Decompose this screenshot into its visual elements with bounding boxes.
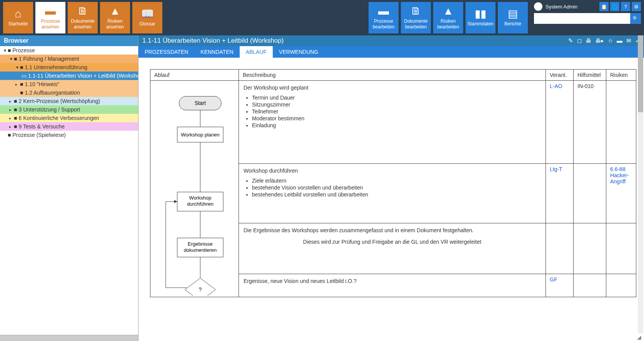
- user-mini-btn-1[interactable]: 🌐: [610, 2, 619, 11]
- sidebar-scroll-handle[interactable]: [0, 335, 138, 341]
- caret-icon: ▸: [15, 82, 20, 86]
- folder-icon: ■: [14, 56, 17, 62]
- toolbar-right-1[interactable]: 🗎Dokumente bearbeiten: [401, 2, 431, 33]
- top-toolbar: ⌂Startseite▬Prozesse ansehen🗎Dokumente a…: [0, 0, 644, 35]
- caret-icon: ▸: [9, 125, 14, 129]
- toolbar-right-3-label: Stammdaten: [467, 21, 494, 27]
- tree-item-0[interactable]: ▼■Prozesse: [0, 46, 138, 55]
- row0-title: Der Workshop wird geplant: [244, 85, 541, 91]
- row0-hilfs: IN-010: [577, 83, 594, 89]
- header-icon-0[interactable]: ✎: [568, 37, 573, 44]
- header-icon-2[interactable]: 🖶: [586, 37, 591, 44]
- tree-item-5[interactable]: ■1.2 Aufbauorganisation: [0, 88, 138, 97]
- tree-browser: ▼■Prozesse▼■1 Führung / Management▼■1.1 …: [0, 46, 138, 335]
- toolbar-left-0-label: Startseite: [8, 21, 28, 27]
- row1-risk[interactable]: 6.6-88 Hacker-Angriff: [610, 166, 629, 185]
- user-avatar-icon: 🛠: [534, 2, 542, 11]
- row1-verant[interactable]: Ltg-T: [550, 166, 562, 172]
- toolbar-right-0[interactable]: ▬Prozesse bearbeiten: [369, 2, 399, 33]
- toolbar-right-0-icon: ▬: [378, 6, 389, 17]
- bullet: Teilnehmer: [252, 108, 541, 115]
- row2-title: Die Ergebnisse des Workshops werden zusa…: [244, 227, 541, 233]
- caret-icon: ▸: [9, 108, 14, 112]
- tree-item-label: 9 Tests & Versuche: [18, 123, 65, 130]
- bullet: Sitzungszimmer: [252, 101, 541, 108]
- bullet: Moderator bestimmen: [252, 115, 541, 121]
- col-hilfsmittel: Hilfsmittel: [574, 70, 606, 81]
- tree-item-10[interactable]: ■Prozesse (Spielwiese): [0, 131, 138, 139]
- tree-item-8[interactable]: ▸■6 Kontinuierliche Verbesserungen: [0, 114, 138, 122]
- tree-item-label: 1.2 Aufbauorganisation: [25, 90, 80, 96]
- toolbar-right-0-label: Prozesse bearbeiten: [370, 18, 397, 30]
- bullet: Ziele erläutern: [252, 178, 541, 184]
- caret-icon: ▸: [9, 116, 14, 120]
- row2-sub: Dieses wird zur Prüfung und Freigabe an …: [244, 239, 541, 245]
- header-icon-3[interactable]: 🖶▸: [595, 37, 604, 44]
- header-icon-1[interactable]: ◻: [577, 37, 582, 44]
- toolbar-right-4[interactable]: ▤Berichte: [498, 2, 528, 33]
- toolbar-left-1-icon: ▬: [45, 6, 56, 17]
- tree-item-6[interactable]: ▸■2 Kern-Prozesse (Wertschöpfung): [0, 97, 138, 105]
- caret-icon: ▼: [9, 57, 14, 61]
- row3-title: Ergenisse, neue Vision und neues Leitbil…: [244, 278, 541, 284]
- row0-verant[interactable]: L-AO: [550, 83, 562, 89]
- toolbar-right-2[interactable]: ▲Risiken bearbeiten: [433, 2, 463, 33]
- toolbar-right-3-icon: ▮▮: [475, 8, 486, 19]
- folder-icon: ■: [8, 132, 11, 138]
- tree-item-label: 2 Kern-Prozesse (Wertschöpfung): [18, 98, 100, 104]
- caret-icon: ▸: [9, 99, 14, 103]
- toolbar-left-3[interactable]: ▲Risiken ansehen: [100, 2, 130, 33]
- toolbar-left-1[interactable]: ▬Prozesse ansehen: [35, 2, 65, 33]
- toolbar-left-0[interactable]: ⌂Startseite: [3, 2, 33, 33]
- toolbar-left-2[interactable]: 🗎Dokumente ansehen: [68, 2, 98, 33]
- toolbar-right-3[interactable]: ▮▮Stammdaten: [465, 2, 496, 33]
- folder-icon: ■: [14, 115, 17, 121]
- bullet: bestehende Vision vorstellen und überarb…: [252, 185, 541, 191]
- tree-item-label: 1 Führung / Management: [18, 56, 79, 62]
- folder-icon: ■: [20, 64, 23, 70]
- header-icon-4[interactable]: ☆: [608, 37, 613, 44]
- toolbar-left-3-label: Risiken ansehen: [102, 18, 128, 30]
- resize-handle-icon[interactable]: ◢: [637, 334, 644, 341]
- flow-table: Ablauf Beschreibung Verant. Hilfsmittel …: [150, 69, 636, 297]
- flow-step2a: Workshop: [189, 195, 211, 201]
- vertical-scrollbar[interactable]: [638, 35, 643, 333]
- toolbar-left-3-icon: ▲: [110, 6, 120, 17]
- tree-item-2[interactable]: ▼■1.1 Unternehmensführung: [0, 63, 138, 72]
- toolbar-left-2-icon: 🗎: [77, 6, 88, 17]
- user-mini-btn-3[interactable]: ⚙: [632, 2, 641, 11]
- tree-item-label: Prozesse (Spielwiese): [12, 132, 66, 138]
- tab-kenndaten[interactable]: KENNDATEN: [194, 46, 239, 58]
- tree-item-label: Prozesse: [12, 47, 35, 53]
- user-mini-btn-2[interactable]: ?: [621, 2, 630, 11]
- header-icon-6[interactable]: ✉: [626, 37, 631, 44]
- caret-icon: ▼: [15, 65, 20, 70]
- tree-item-3[interactable]: ▭1.1-11 Überarbeiten Vision + Leitbild (…: [0, 72, 138, 80]
- toolbar-left-2-label: Dokumente ansehen: [70, 18, 96, 30]
- tab-verwendung[interactable]: VERWENDUNG: [273, 46, 324, 58]
- header-icon-5[interactable]: ▬: [617, 37, 622, 44]
- toolbar-left-4-icon: 📖: [141, 8, 154, 19]
- flowchart-svg: Start Workshop planen Workshop durchführ…: [150, 81, 239, 296]
- row1-title: Workshop durchführen: [244, 168, 541, 174]
- row3-verant[interactable]: GF: [550, 276, 557, 283]
- user-mini-btn-0[interactable]: 📋: [599, 2, 609, 11]
- flow-step2b: durchführen: [187, 201, 214, 207]
- flow-decision: ?: [199, 286, 202, 293]
- tree-item-1[interactable]: ▼■1 Führung / Management: [0, 55, 138, 63]
- bullet: Einladung: [252, 122, 541, 128]
- tree-item-4[interactable]: ▸■1.10 "Hinweis": [0, 80, 138, 88]
- caret-icon: ▼: [3, 48, 8, 53]
- search-button[interactable]: 🔍: [630, 13, 641, 24]
- toolbar-left-4[interactable]: 📖Glossar: [132, 2, 162, 33]
- svg-marker-6: [174, 200, 177, 203]
- folder-icon: ■: [14, 98, 17, 104]
- tree-item-9[interactable]: ▸■9 Tests & Versuche: [0, 122, 138, 131]
- search-input[interactable]: [534, 13, 630, 24]
- toolbar-right-2-label: Risiken bearbeiten: [435, 18, 461, 30]
- tab-ablauf[interactable]: ABLAUF: [240, 46, 273, 58]
- tree-item-7[interactable]: ▸■3 Unterstützung / Support: [0, 105, 138, 114]
- col-ablauf: Ablauf: [150, 70, 239, 81]
- toolbar-right-2-icon: ▲: [443, 6, 454, 17]
- tab-prozessdaten[interactable]: PROZESSDATEN: [138, 46, 194, 58]
